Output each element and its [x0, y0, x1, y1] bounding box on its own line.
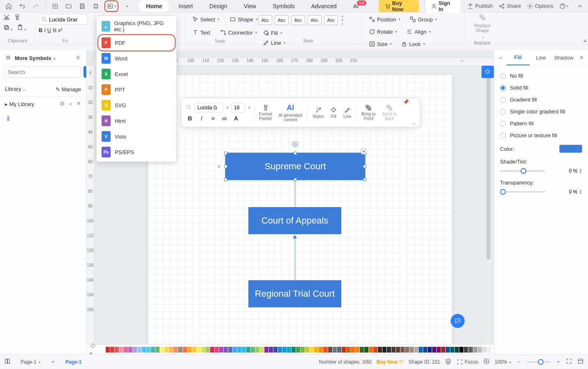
color-swatch[interactable] — [119, 347, 123, 353]
text-case-button[interactable]: ab — [220, 114, 229, 122]
superscript-button[interactable]: x² — [58, 27, 63, 33]
add-item-icon[interactable]: ＋ — [68, 100, 73, 108]
color-swatch[interactable] — [215, 347, 219, 353]
color-swatch[interactable] — [387, 347, 391, 353]
italic-button[interactable]: I — [44, 27, 46, 33]
lock-button[interactable]: Lock▾ — [397, 39, 428, 49]
color-swatch[interactable] — [446, 347, 450, 353]
tab-insert[interactable]: Insert — [171, 0, 200, 12]
color-swatch[interactable] — [360, 347, 364, 353]
ctx-size-input[interactable] — [231, 103, 245, 113]
color-swatch[interactable] — [323, 347, 327, 353]
color-swatch[interactable] — [124, 347, 128, 353]
select-tool[interactable]: Select▾ — [188, 14, 223, 25]
color-swatch[interactable] — [337, 347, 341, 353]
help-icon[interactable]: ▾ — [559, 2, 569, 11]
color-swatch[interactable] — [342, 347, 346, 353]
chat-fab-button[interactable] — [451, 314, 465, 328]
color-swatch[interactable] — [364, 347, 368, 353]
color-swatch[interactable] — [233, 347, 237, 353]
expand-ctx-icon[interactable]: ⤢ — [412, 122, 416, 126]
color-swatch[interactable] — [224, 347, 228, 353]
tab-home[interactable]: Home — [139, 0, 169, 12]
bring-front-button[interactable]: Bring to Front — [360, 104, 377, 121]
align-button[interactable]: Align▾ — [403, 26, 435, 37]
style-dialog-launcher-icon[interactable]: ◢ — [583, 38, 586, 42]
color-swatch[interactable] — [278, 347, 282, 353]
fill-ctx-button[interactable]: Fill — [329, 107, 338, 119]
color-swatch[interactable] — [305, 347, 309, 353]
fill-option-solid-fill[interactable]: Solid fill — [500, 82, 582, 94]
play-icon[interactable] — [483, 358, 490, 366]
color-swatch[interactable] — [432, 347, 436, 353]
redo-icon[interactable] — [31, 2, 41, 11]
replace-shape-button[interactable]: Replace Shape — [474, 23, 491, 33]
home-icon[interactable] — [3, 2, 14, 11]
position-button[interactable]: Position▾ — [365, 14, 404, 25]
tab-ai[interactable]: AIhot — [346, 0, 375, 12]
color-swatch[interactable] — [169, 347, 173, 353]
add-page-icon[interactable]: ＋ — [51, 358, 56, 365]
send-back-button[interactable]: Send to Back — [381, 104, 398, 121]
save-icon[interactable] — [77, 2, 87, 11]
shape-court-of-appeals[interactable]: Court of Appeals — [248, 207, 341, 234]
align-button[interactable]: ≡ — [208, 114, 218, 122]
color-swatch[interactable] — [260, 347, 264, 353]
format-painter-button[interactable]: Format Painter — [257, 104, 274, 121]
group-button[interactable]: Group▾ — [406, 14, 441, 25]
share-link[interactable]: Share — [498, 3, 521, 9]
bold-button[interactable]: B — [185, 114, 194, 122]
zoom-in-icon[interactable]: ＋ — [556, 358, 561, 365]
color-swatch[interactable] — [142, 347, 146, 353]
color-swatch[interactable] — [378, 347, 382, 353]
fill-option-no-fill[interactable]: No fill — [500, 70, 582, 82]
vertical-scrollbar[interactable] — [486, 71, 491, 346]
transparency-input[interactable] — [563, 189, 577, 195]
color-swatch[interactable] — [183, 347, 187, 353]
color-swatch[interactable] — [273, 347, 278, 353]
export-item-ps-eps[interactable]: PsPS/EPS — [98, 144, 175, 160]
color-swatch[interactable] — [441, 347, 445, 353]
library-symbol-thumb[interactable] — [5, 115, 18, 131]
publish-link[interactable]: Publish — [467, 3, 493, 9]
connector-tool[interactable]: Connector▾ — [216, 27, 261, 38]
color-swatch[interactable] — [151, 347, 155, 353]
export-item-ppt[interactable]: PPPT — [98, 82, 175, 97]
color-swatch[interactable] — [319, 347, 323, 353]
color-swatch[interactable] — [478, 347, 482, 353]
shape-regional-trial[interactable]: Regional Trial Court — [248, 280, 341, 307]
color-swatch[interactable] — [333, 347, 337, 353]
color-picker[interactable] — [559, 145, 582, 153]
color-swatch[interactable] — [264, 347, 269, 353]
bold-button[interactable]: B — [39, 27, 42, 33]
connector-1[interactable] — [295, 180, 295, 207]
color-swatch[interactable] — [178, 347, 182, 353]
text-tool[interactable]: Text — [188, 27, 214, 38]
color-swatch[interactable] — [437, 347, 441, 353]
color-swatch[interactable] — [101, 347, 105, 353]
color-swatch[interactable] — [160, 347, 164, 353]
color-swatch[interactable] — [106, 347, 110, 353]
spinner-down-icon[interactable]: ▼ — [579, 192, 582, 195]
color-swatch[interactable] — [419, 347, 423, 353]
fill-preset-shortcut[interactable] — [482, 66, 494, 78]
focus-button[interactable]: Focus — [456, 359, 478, 365]
color-swatch[interactable] — [219, 347, 223, 353]
rotate-button[interactable]: Rotate▾ — [365, 26, 401, 37]
styles-button[interactable]: Styles — [311, 107, 325, 119]
tab-advanced[interactable]: Advanced — [304, 0, 344, 12]
buy-now-link[interactable]: Buy Now ♡ — [377, 359, 404, 365]
paste-icon[interactable]: ▾ — [17, 24, 26, 32]
export-item-excel[interactable]: XExcel — [98, 66, 175, 82]
connector-2[interactable] — [295, 238, 295, 280]
export-item-graphics-png-jpg-etc-[interactable]: ▲Graphics (PNG, JPG etc.) — [98, 18, 175, 35]
color-swatch[interactable] — [310, 347, 314, 353]
fill-option-picture-or-texture-fill[interactable]: Picture or texture fill — [500, 129, 582, 141]
color-swatch[interactable] — [192, 347, 196, 353]
style-preset-3[interactable]: Abc — [291, 15, 305, 25]
zoom-level[interactable]: 100% ▾ — [495, 359, 512, 365]
style-preset-2[interactable]: Abc — [275, 15, 289, 25]
color-swatch[interactable] — [396, 347, 400, 353]
color-swatch[interactable] — [459, 347, 463, 353]
color-swatch[interactable] — [423, 347, 427, 353]
